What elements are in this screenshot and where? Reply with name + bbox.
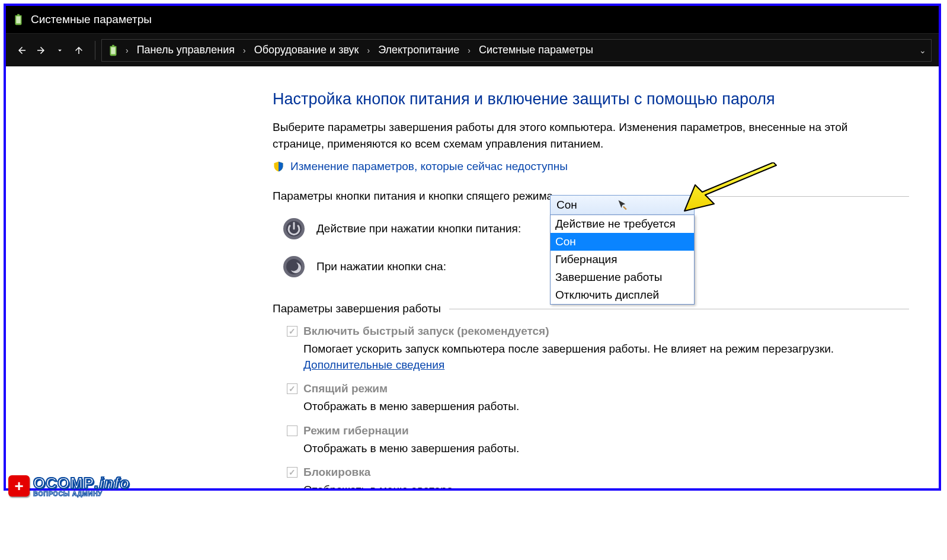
sleep-icon [282, 255, 306, 279]
dropdown-option-shutdown[interactable]: Завершение работы [551, 268, 694, 286]
nav-forward-button[interactable] [32, 41, 50, 59]
combo-selected-value: Сон [556, 199, 577, 212]
crumb-hardware-sound[interactable]: Оборудование и звук [252, 43, 361, 57]
battery-icon [107, 44, 120, 57]
dropdown-option-hibernate[interactable]: Гибернация [551, 251, 694, 268]
checkbox-fast-startup[interactable]: ✓ [287, 326, 297, 337]
divider [449, 309, 909, 309]
watermark-plus-icon: + [8, 475, 30, 497]
breadcrumb[interactable]: › Панель управления › Оборудование и зву… [101, 39, 932, 62]
watermark-main: OCOMP [33, 474, 94, 492]
chevron-right-icon[interactable]: › [465, 46, 473, 55]
option-desc: Отображать в меню завершения работы. [303, 399, 909, 415]
titlebar: Системные параметры [6, 6, 939, 33]
nav-separator [95, 41, 95, 60]
section-shutdown-settings: Параметры завершения работы ✓ Включить б… [273, 302, 909, 491]
checkbox-sleep-mode[interactable]: ✓ [287, 383, 297, 394]
page-description: Выберите параметры завершения работы для… [273, 119, 901, 152]
shield-icon [273, 161, 284, 172]
watermark-sub: ВОПРОСЫ АДМИНУ [33, 490, 130, 497]
power-action-combo-wrap: Сон Действие не требуется Сон Гибернация… [550, 195, 695, 215]
learn-more-link[interactable]: Дополнительные сведения [303, 359, 444, 371]
content-area: Настройка кнопок питания и включение защ… [6, 66, 939, 488]
navbar: › Панель управления › Оборудование и зву… [6, 33, 939, 66]
page-heading: Настройка кнопок питания и включение защ… [273, 90, 909, 108]
chevron-right-icon[interactable]: › [364, 46, 372, 55]
option-label: Блокировка [303, 466, 370, 479]
cursor-icon [617, 199, 629, 211]
power-icon [282, 217, 306, 241]
power-button-label: Действие при нажатии кнопки питания: [316, 222, 521, 235]
section-title-text: Параметры кнопки питания и кнопки спящег… [273, 190, 553, 203]
option-sleep-mode: ✓ Спящий режим Отображать в меню заверше… [273, 382, 909, 415]
option-desc: Помогает ускорить запуск компьютера посл… [303, 343, 834, 355]
option-desc: Отображать в меню завершения работы. [303, 441, 909, 457]
power-action-combobox[interactable]: Сон [550, 195, 695, 215]
battery-icon [12, 13, 25, 26]
option-lock: ✓ Блокировка Отображать в меню аватара. [273, 466, 909, 491]
sleep-button-label: При нажатии кнопки сна: [316, 260, 446, 273]
crumb-power-options[interactable]: Электропитание [376, 43, 462, 57]
nav-recent-button[interactable] [51, 41, 69, 59]
section-title-text: Параметры завершения работы [273, 302, 441, 315]
dropdown-option-no-action[interactable]: Действие не требуется [551, 215, 694, 233]
watermark: + OCOMP.info ВОПРОСЫ АДМИНУ [8, 474, 130, 497]
window-frame: Системные параметры › Панель управления … [4, 4, 941, 491]
chevron-right-icon[interactable]: › [241, 46, 248, 55]
watermark-suffix: .info [94, 474, 130, 492]
unlock-settings-row: Изменение параметров, которые сейчас нед… [273, 160, 909, 173]
option-fast-startup: ✓ Включить быстрый запуск (рекомендуется… [273, 325, 909, 373]
power-action-dropdown: Действие не требуется Сон Гибернация Зав… [550, 215, 695, 305]
nav-up-button[interactable] [70, 41, 88, 59]
option-hibernate: Режим гибернации Отображать в меню завер… [273, 424, 909, 457]
checkbox-hibernate[interactable] [287, 425, 297, 436]
unlock-settings-link[interactable]: Изменение параметров, которые сейчас нед… [290, 160, 568, 173]
checkbox-lock[interactable]: ✓ [287, 467, 297, 478]
option-label: Спящий режим [303, 382, 388, 395]
dropdown-option-sleep[interactable]: Сон [551, 233, 694, 251]
option-label: Режим гибернации [303, 424, 409, 437]
crumb-system-settings[interactable]: Системные параметры [476, 43, 596, 57]
option-desc: Отображать в меню аватара. [303, 482, 909, 491]
crumb-control-panel[interactable]: Панель управления [135, 43, 237, 57]
option-label: Включить быстрый запуск (рекомендуется) [303, 325, 549, 338]
window-title: Системные параметры [31, 13, 152, 26]
nav-back-button[interactable] [13, 41, 31, 59]
dropdown-option-display-off[interactable]: Отключить дисплей [551, 286, 694, 304]
chevron-right-icon[interactable]: › [123, 46, 131, 55]
chevron-down-icon[interactable]: ⌄ [919, 46, 926, 55]
